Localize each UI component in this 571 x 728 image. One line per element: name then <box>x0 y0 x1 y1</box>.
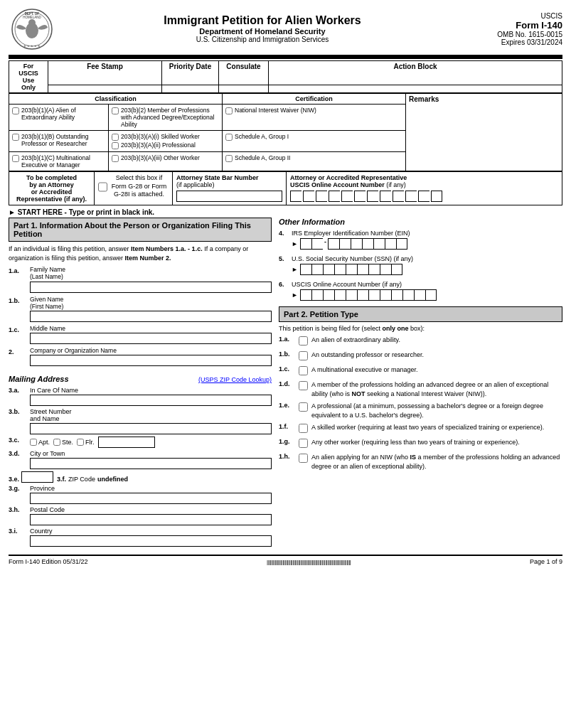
svg-point-3 <box>28 19 36 26</box>
usps-lookup-link[interactable]: (USPS ZIP Code Lookup) <box>198 376 272 383</box>
for-uscis-cell: ForUSCISUseOnly <box>9 61 48 93</box>
option-1c-checkbox[interactable] <box>299 366 308 375</box>
option-1h-checkbox[interactable] <box>299 454 308 463</box>
main-columns: Part 1. Information About the Person or … <box>9 218 562 549</box>
ssn-arrow: ► <box>292 266 298 273</box>
province-input[interactable] <box>30 493 272 504</box>
middle-name-num: 1.c. <box>9 325 30 333</box>
ein-segment: - <box>300 238 407 250</box>
province-row: 3.g. Province <box>9 485 272 504</box>
postal-num: 3.h. <box>9 506 30 513</box>
country-inner: Country <box>30 528 272 547</box>
city-input[interactable] <box>30 458 272 469</box>
country-input[interactable] <box>30 535 272 547</box>
zip-value: undefined <box>97 476 128 483</box>
petition-option-1d: 1.d. A member of the professions holding… <box>279 380 562 398</box>
flr-check-label: Flr. <box>77 439 95 446</box>
family-name-inner: Family Name(Last Name) <box>30 266 272 292</box>
header-right: USCIS Form I-140 OMB No. 1615-0015 Expir… <box>470 12 562 46</box>
uscis-logo: ★ ★ ★ ★ ★ DEPT. OF HOMELAND <box>9 6 55 52</box>
state-input[interactable] <box>21 471 53 483</box>
footer-left: Form I-140 Edition 05/31/22 <box>9 558 88 565</box>
ste-check-label: Ste. <box>53 439 73 446</box>
cert-check-sched-a2[interactable] <box>225 155 233 162</box>
attorney-bar-number-input[interactable] <box>176 191 282 202</box>
class-check-3aiii[interactable] <box>112 155 119 162</box>
family-name-input[interactable] <box>30 282 272 293</box>
company-inner: Company or Organization Name <box>30 347 272 366</box>
option-1a-checkbox[interactable] <box>299 336 308 346</box>
priority-date-content <box>162 85 219 93</box>
apt-checkbox[interactable] <box>30 439 37 446</box>
ste-checkbox[interactable] <box>53 439 60 446</box>
apt-row: 3.c. Apt. Ste. Flr. <box>9 437 272 448</box>
province-inner: Province <box>30 485 272 504</box>
class-check-1c[interactable] <box>12 155 19 162</box>
option-1g-checkbox[interactable] <box>299 439 308 448</box>
attorney-complete-cell: To be completedby an Attorneyor Accredit… <box>9 172 95 205</box>
acct-seg-11 <box>418 191 429 202</box>
form-number: Form I-140 <box>470 20 562 31</box>
option-1f-checkbox[interactable] <box>299 424 308 433</box>
middle-name-input[interactable] <box>30 333 272 344</box>
barcode: ||||||||||||||||||||||||||||||||||||||||… <box>267 559 351 565</box>
acct-seg-2 <box>303 191 314 202</box>
cert-1: National Interest Waiver (NIW) <box>223 105 406 131</box>
given-name-input[interactable] <box>30 311 272 322</box>
in-care-num: 3.a. <box>9 387 30 394</box>
given-name-inner: Given Name(First Name) <box>30 296 272 322</box>
ssn-num: 5. <box>279 255 292 262</box>
class-check-3aii[interactable] <box>112 142 119 149</box>
cert-check-sched-a1[interactable] <box>225 134 233 141</box>
class-left-1: 203(b)(1)(A) Alien of Extraordinary Abil… <box>9 105 109 131</box>
apt-num: 3.c. <box>9 437 30 444</box>
class-check-1b[interactable] <box>12 134 19 141</box>
omb-number: OMB No. 1615-0015 <box>470 31 562 38</box>
ein-arrow: ► <box>292 240 298 247</box>
company-row: 2. Company or Organization Name <box>9 347 272 366</box>
attorney-acct-label: Attorney or Accredited RepresentativeUSC… <box>290 174 558 188</box>
class-check-2[interactable] <box>112 107 119 114</box>
footer: Form I-140 Edition 05/31/22 ||||||||||||… <box>9 555 562 565</box>
apt-inner: Apt. Ste. Flr. <box>30 437 272 448</box>
flr-checkbox[interactable] <box>77 439 84 446</box>
class-right-2: 203(b)(3)(A)(i) Skilled Worker 203(b)(3)… <box>109 131 223 152</box>
apt-number-input[interactable] <box>98 437 155 448</box>
option-1d-checkbox[interactable] <box>299 381 308 390</box>
classification-header: Classification <box>9 94 223 105</box>
part2-header: Part 2. Petition Type <box>279 306 562 322</box>
ein-inner: IRS Employer Identification Number (EIN)… <box>292 230 562 250</box>
cert-3: Schedule A, Group II <box>223 152 406 171</box>
agency-name: U.S. Citizenship and Immigration Service… <box>55 36 470 43</box>
fee-stamp-content <box>48 85 162 93</box>
family-name-row: 1.a. Family Name(Last Name) <box>9 266 272 292</box>
class-check-3ai[interactable] <box>112 134 119 141</box>
middle-name-row: 1.c. Middle Name <box>9 325 272 344</box>
country-row: 3.i. Country <box>9 528 272 547</box>
class-check-1a[interactable] <box>12 107 19 114</box>
part1-intro: If an individual is filing this petition… <box>9 245 272 262</box>
footer-right: Page 1 of 9 <box>530 558 562 565</box>
city-row: 3.d. City or Town <box>9 450 272 469</box>
option-1b-checkbox[interactable] <box>299 351 308 360</box>
attorney-table: To be completedby an Attorneyor Accredit… <box>9 171 562 205</box>
postal-row: 3.h. Postal Code <box>9 506 272 525</box>
city-num: 3.d. <box>9 450 30 457</box>
uscis-acct-num: 6. <box>279 281 292 288</box>
option-1e-checkbox[interactable] <box>299 402 308 412</box>
street-input[interactable] <box>30 423 272 434</box>
ssn-segment <box>300 264 402 275</box>
attorney-acct-cell: Attorney or Accredited RepresentativeUSC… <box>287 172 562 205</box>
barcode-area: ||||||||||||||||||||||||||||||||||||||||… <box>267 559 351 565</box>
ein-row: 4. IRS Employer Identification Number (E… <box>279 230 562 250</box>
uscis-acct-inner: USCIS Online Account Number (if any) ► <box>292 281 562 301</box>
action-block-header: Action Block <box>269 61 562 85</box>
given-name-row: 1.b. Given Name(First Name) <box>9 296 272 322</box>
postal-input[interactable] <box>30 514 272 525</box>
company-input[interactable] <box>30 355 272 366</box>
attorney-g28-checkbox[interactable] <box>98 182 107 192</box>
in-care-input[interactable] <box>30 395 272 406</box>
cert-check-niw[interactable] <box>225 107 233 114</box>
remarks-cell: Remarks <box>406 94 562 171</box>
consulate-header: Consulate <box>219 61 269 85</box>
